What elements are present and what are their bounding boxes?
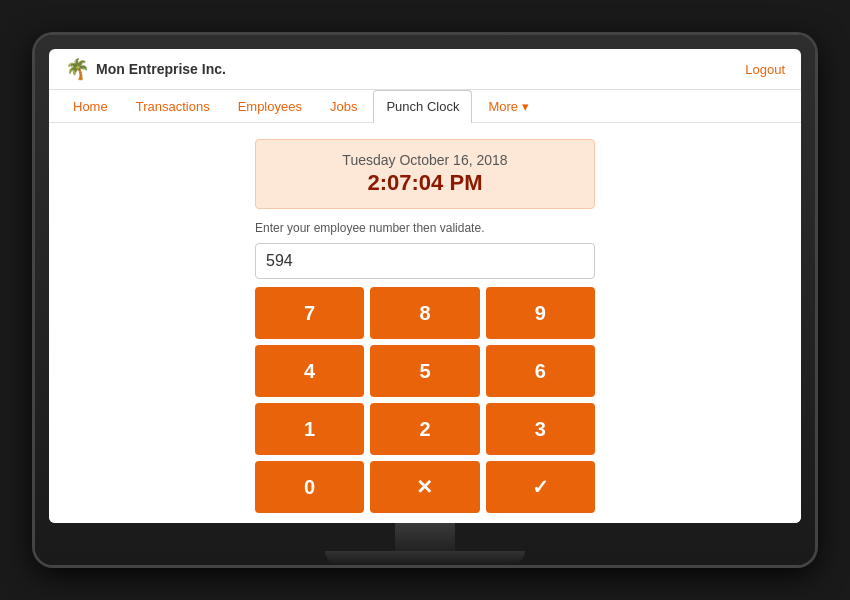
nav-item-punch-clock[interactable]: Punch Clock	[373, 90, 472, 123]
nav-item-more[interactable]: More ▾	[476, 91, 540, 122]
key-1[interactable]: 1	[255, 403, 364, 455]
nav-item-home[interactable]: Home	[61, 91, 120, 122]
clock-date: Tuesday October 16, 2018	[316, 152, 534, 168]
monitor-stand-neck	[395, 523, 455, 551]
instruction-text: Enter your employee number then validate…	[255, 221, 595, 235]
key-3[interactable]: 3	[486, 403, 595, 455]
logo-icon: 🌴	[65, 57, 90, 81]
nav-bar: Home Transactions Employees Jobs Punch C…	[49, 90, 801, 123]
key-0[interactable]: 0	[255, 461, 364, 513]
keypad: 7 8 9 4 5 6 1 2 3 0 ✕ ✓	[255, 287, 595, 513]
monitor: 🌴 Mon Entreprise Inc. Logout Home Transa…	[35, 35, 815, 565]
main-content: Tuesday October 16, 2018 2:07:04 PM Ente…	[49, 123, 801, 523]
key-8[interactable]: 8	[370, 287, 479, 339]
company-name: Mon Entreprise Inc.	[96, 61, 226, 77]
monitor-stand-base	[325, 551, 525, 565]
key-2[interactable]: 2	[370, 403, 479, 455]
employee-number-input[interactable]	[255, 243, 595, 279]
top-bar: 🌴 Mon Entreprise Inc. Logout	[49, 49, 801, 90]
key-7[interactable]: 7	[255, 287, 364, 339]
nav-item-transactions[interactable]: Transactions	[124, 91, 222, 122]
key-6[interactable]: 6	[486, 345, 595, 397]
screen: 🌴 Mon Entreprise Inc. Logout Home Transa…	[49, 49, 801, 523]
key-confirm[interactable]: ✓	[486, 461, 595, 513]
key-9[interactable]: 9	[486, 287, 595, 339]
key-4[interactable]: 4	[255, 345, 364, 397]
nav-item-jobs[interactable]: Jobs	[318, 91, 369, 122]
key-5[interactable]: 5	[370, 345, 479, 397]
logo-area: 🌴 Mon Entreprise Inc.	[65, 57, 226, 81]
clock-display: Tuesday October 16, 2018 2:07:04 PM	[255, 139, 595, 209]
clock-time: 2:07:04 PM	[316, 170, 534, 196]
key-cancel[interactable]: ✕	[370, 461, 479, 513]
nav-item-employees[interactable]: Employees	[226, 91, 314, 122]
logout-button[interactable]: Logout	[745, 62, 785, 77]
